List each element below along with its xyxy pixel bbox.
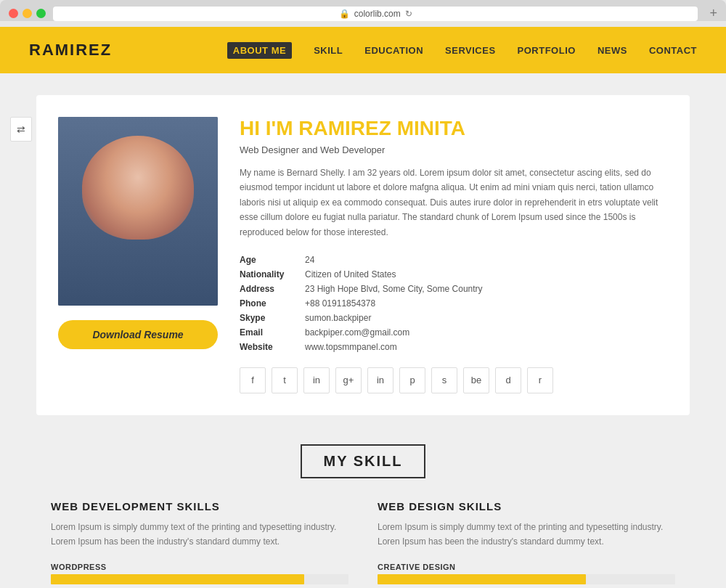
traffic-lights bbox=[9, 9, 46, 18]
nav-item-portfolio[interactable]: PORTFOLIO bbox=[518, 44, 576, 57]
skills-grid: WEB DEVELOPMENT SKILLSLorem Ipsum is sim… bbox=[51, 500, 675, 588]
skill-item-1-0: CREATIVE DESIGN bbox=[378, 563, 675, 584]
googleplus-icon[interactable]: g+ bbox=[335, 367, 362, 393]
greeting-heading: HI I'M RAMIREZ MINITA bbox=[240, 117, 668, 140]
info-value: www.topsmmpanel.com bbox=[305, 340, 668, 354]
nav-item-about[interactable]: ABOUT ME bbox=[227, 44, 292, 57]
close-button[interactable] bbox=[9, 9, 18, 18]
skills-col-title-1: WEB DESIGN SKILLS bbox=[378, 500, 675, 513]
nav-item-contact[interactable]: CONTACT bbox=[649, 44, 697, 57]
instagram-icon[interactable]: in bbox=[303, 367, 330, 393]
about-card: ⇄ Download Resume HI I'M RAMIREZ MINITA … bbox=[36, 95, 690, 415]
nav-item-education[interactable]: EDUCATION bbox=[364, 44, 423, 57]
pinterest-icon[interactable]: p bbox=[399, 367, 425, 393]
skills-section-title-box: MY SKILL bbox=[51, 444, 675, 478]
info-label: Skype bbox=[240, 311, 305, 325]
nav-link-contact[interactable]: CONTACT bbox=[649, 45, 697, 56]
nav-link-services[interactable]: SERVICES bbox=[445, 45, 496, 56]
new-tab-button[interactable]: + bbox=[709, 6, 717, 21]
info-row: Skypesumon.backpiper bbox=[240, 311, 668, 325]
info-value: backpiper.com@gmail.com bbox=[305, 325, 668, 340]
minimize-button[interactable] bbox=[23, 9, 32, 18]
skills-col-title-0: WEB DEVELOPMENT SKILLS bbox=[51, 500, 348, 513]
dribbble-icon[interactable]: d bbox=[495, 367, 521, 393]
skill-label-0-0: WORDPRESS bbox=[51, 563, 348, 571]
bio-column: HI I'M RAMIREZ MINITA Web Designer and W… bbox=[240, 117, 668, 393]
info-label: Address bbox=[240, 282, 305, 296]
twitter-icon[interactable]: t bbox=[272, 367, 298, 393]
skype-icon[interactable]: s bbox=[431, 367, 457, 393]
browser-content: RAMIREZ ABOUT ME SKILL EDUCATION SERVICE… bbox=[0, 27, 726, 588]
info-table: Age24NationalityCitizen of United States… bbox=[240, 253, 668, 354]
site-nav: ABOUT ME SKILL EDUCATION SERVICES PORTFO… bbox=[227, 44, 697, 57]
info-value: sumon.backpiper bbox=[305, 311, 668, 325]
bio-text: My name is Bernard Shelly. I am 32 years… bbox=[240, 166, 668, 240]
skills-col-desc-1: Lorem Ipsum is simply dummy text of the … bbox=[378, 520, 675, 550]
skills-column-1: WEB DESIGN SKILLSLorem Ipsum is simply d… bbox=[378, 500, 675, 588]
linkedin-icon[interactable]: in bbox=[367, 367, 393, 393]
nav-link-education[interactable]: EDUCATION bbox=[364, 45, 423, 56]
nav-link-portfolio[interactable]: PORTFOLIO bbox=[518, 45, 576, 56]
nav-item-services[interactable]: SERVICES bbox=[445, 44, 496, 57]
site-logo[interactable]: RAMIREZ bbox=[29, 41, 112, 60]
info-value: 23 High Hope Blvd, Some City, Some Count… bbox=[305, 282, 668, 296]
nav-item-skill[interactable]: SKILL bbox=[314, 44, 343, 57]
url-text: colorlib.com bbox=[354, 9, 401, 19]
info-label: Phone bbox=[240, 296, 305, 311]
address-bar[interactable]: 🔒 colorlib.com ↻ bbox=[53, 7, 698, 21]
skill-bar-1-0 bbox=[378, 574, 675, 584]
lock-icon: 🔒 bbox=[339, 9, 350, 19]
info-row: Address23 High Hope Blvd, Some City, Som… bbox=[240, 282, 668, 296]
behance-icon[interactable]: be bbox=[463, 367, 489, 393]
info-label: Age bbox=[240, 253, 305, 267]
skill-label-1-0: CREATIVE DESIGN bbox=[378, 563, 675, 571]
rss-icon[interactable]: r bbox=[527, 367, 553, 393]
info-label: Email bbox=[240, 325, 305, 340]
reload-button[interactable]: ↻ bbox=[405, 9, 412, 19]
skills-section: MY SKILL WEB DEVELOPMENT SKILLSLorem Ips… bbox=[36, 444, 690, 588]
person-name: RAMIREZ MINITA bbox=[298, 117, 465, 139]
profile-photo-column: Download Resume bbox=[58, 117, 218, 393]
info-row: Phone+88 01911854378 bbox=[240, 296, 668, 311]
skills-col-desc-0: Lorem Ipsum is simply dummy text of the … bbox=[51, 520, 348, 550]
site-header: RAMIREZ ABOUT ME SKILL EDUCATION SERVICE… bbox=[0, 27, 726, 73]
greeting-prefix: HI I'M bbox=[240, 117, 298, 139]
nav-link-skill[interactable]: SKILL bbox=[314, 45, 343, 56]
nav-link-about[interactable]: ABOUT ME bbox=[227, 42, 292, 59]
nav-link-news[interactable]: NEWS bbox=[597, 45, 627, 56]
info-value: +88 01911854378 bbox=[305, 296, 668, 311]
info-row: Websitewww.topsmmpanel.com bbox=[240, 340, 668, 354]
job-title: Web Designer and Web Developer bbox=[240, 144, 668, 155]
social-icons: fting+inpsbedr bbox=[240, 367, 668, 393]
download-resume-button[interactable]: Download Resume bbox=[58, 320, 218, 349]
main-content: ⇄ Download Resume HI I'M RAMIREZ MINITA … bbox=[0, 73, 726, 588]
info-row: Emailbackpiper.com@gmail.com bbox=[240, 325, 668, 340]
skill-bar-fill-0-0 bbox=[51, 574, 304, 584]
info-row: Age24 bbox=[240, 253, 668, 267]
info-label: Website bbox=[240, 340, 305, 354]
skill-bar-0-0 bbox=[51, 574, 348, 584]
maximize-button[interactable] bbox=[36, 9, 46, 18]
info-value: 24 bbox=[305, 253, 668, 267]
skills-section-title: MY SKILL bbox=[301, 444, 426, 478]
info-row: NationalityCitizen of United States bbox=[240, 267, 668, 282]
skill-bar-fill-1-0 bbox=[378, 574, 586, 584]
skills-column-0: WEB DEVELOPMENT SKILLSLorem Ipsum is sim… bbox=[51, 500, 348, 588]
browser-chrome: 🔒 colorlib.com ↻ + bbox=[0, 0, 726, 21]
info-value: Citizen of United States bbox=[305, 267, 668, 282]
facebook-icon[interactable]: f bbox=[240, 367, 266, 393]
profile-photo bbox=[58, 117, 218, 306]
skill-item-0-0: WORDPRESS bbox=[51, 563, 348, 584]
nav-item-news[interactable]: NEWS bbox=[597, 44, 627, 57]
info-label: Nationality bbox=[240, 267, 305, 282]
share-icon[interactable]: ⇄ bbox=[10, 117, 32, 142]
